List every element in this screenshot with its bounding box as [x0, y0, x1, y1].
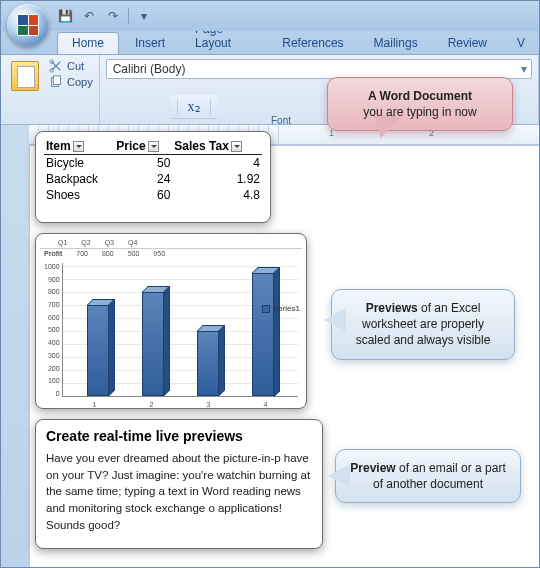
tab-review[interactable]: Review: [434, 33, 501, 54]
chart-bar: [87, 305, 109, 396]
filter-icon[interactable]: [148, 141, 159, 152]
chart-legend: Series1: [262, 304, 300, 313]
clipboard-group: Cut Copy: [1, 55, 100, 124]
data-table: Item Price Sales Tax Bicycle504 Backpack…: [44, 138, 262, 203]
chart-xaxis: 1234: [40, 399, 302, 408]
paste-button[interactable]: [7, 59, 43, 122]
tab-references[interactable]: References: [268, 33, 357, 54]
filter-icon[interactable]: [231, 141, 242, 152]
tab-insert[interactable]: Insert: [121, 33, 179, 54]
subscript-button[interactable]: x₂: [186, 98, 202, 115]
qat-separator: [128, 8, 129, 24]
chart-bar: [252, 273, 274, 397]
word-window: 💾 ↶ ↷ ▾ Home Insert Page Layout Referenc…: [0, 0, 540, 568]
font-selector[interactable]: Calibri (Body) ▾: [106, 59, 532, 79]
sep: [210, 99, 211, 115]
tab-view-cut[interactable]: V: [503, 33, 539, 54]
font-toolbar-fragment: x₂: [171, 95, 217, 119]
chart-bar: [197, 331, 219, 396]
chart-area: 10009008007006005004003002001000 Series1: [40, 259, 302, 399]
excel-chart-preview: Q1Q2Q3Q4 Profit 700800500950 10009008007…: [35, 233, 307, 409]
table-row: Bicycle504: [44, 155, 262, 172]
save-icon[interactable]: 💾: [56, 7, 74, 25]
chart-bar: [142, 292, 164, 396]
office-button[interactable]: [7, 4, 49, 46]
chart-yaxis: 10009008007006005004003002001000: [44, 263, 62, 397]
callout-word-doc: A Word Documentyou are typing in now: [327, 77, 513, 131]
table-row: Backpack241.92: [44, 171, 262, 187]
tab-home[interactable]: Home: [57, 32, 119, 54]
office-logo-icon: [17, 14, 39, 36]
document-preview: Create real-time live previews Have you …: [35, 419, 323, 549]
doc-preview-body: Have you ever dreamed about the picture-…: [46, 450, 312, 533]
col-price[interactable]: Price: [114, 138, 172, 155]
scissors-icon: [49, 59, 63, 73]
cut-label: Cut: [67, 60, 84, 72]
copy-icon: [49, 75, 63, 89]
chart-mini-header: Q1Q2Q3Q4: [40, 238, 302, 249]
paste-icon: [11, 61, 39, 91]
svg-rect-3: [53, 76, 60, 85]
qat-customize-icon[interactable]: ▾: [135, 7, 153, 25]
cut-button[interactable]: Cut: [49, 59, 93, 73]
filter-icon[interactable]: [73, 141, 84, 152]
doc-preview-title: Create real-time live previews: [46, 428, 312, 444]
document-gutter: [1, 125, 29, 567]
copy-label: Copy: [67, 76, 93, 88]
legend-swatch-icon: [262, 305, 270, 313]
quick-access-toolbar: 💾 ↶ ↷ ▾: [56, 7, 153, 25]
title-bar: 💾 ↶ ↷ ▾: [1, 1, 539, 31]
excel-table-preview: Item Price Sales Tax Bicycle504 Backpack…: [35, 131, 271, 223]
table-row: Shoes604.8: [44, 187, 262, 203]
chart-mini-values: Profit 700800500950: [40, 249, 302, 259]
chevron-down-icon: ▾: [521, 62, 527, 76]
sep: [177, 99, 178, 115]
ribbon-tabs: Home Insert Page Layout References Maili…: [1, 31, 539, 55]
chart-plot: [62, 263, 298, 397]
copy-button[interactable]: Copy: [49, 75, 93, 89]
redo-icon[interactable]: ↷: [104, 7, 122, 25]
col-item[interactable]: Item: [44, 138, 114, 155]
callout-excel-preview: Previews of an Excel worksheet are prope…: [331, 289, 515, 360]
undo-icon[interactable]: ↶: [80, 7, 98, 25]
col-tax[interactable]: Sales Tax: [172, 138, 262, 155]
callout-email-preview: Preview of an email or a part of another…: [335, 449, 521, 503]
font-name: Calibri (Body): [113, 62, 186, 76]
tab-mailings[interactable]: Mailings: [360, 33, 432, 54]
